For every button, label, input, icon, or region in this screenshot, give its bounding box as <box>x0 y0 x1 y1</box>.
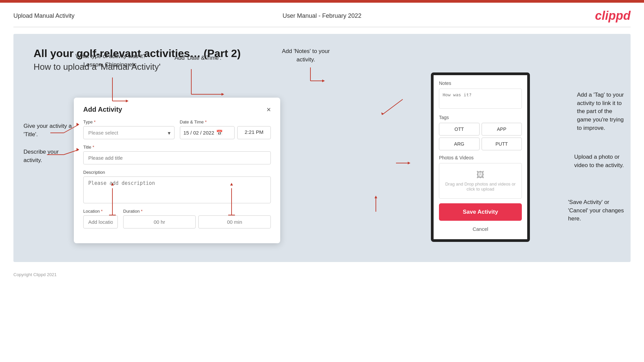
svg-marker-5 <box>221 93 224 96</box>
form-row-type-datetime: Type * Please select Date & Time * 15 / … <box>83 119 271 139</box>
add-activity-modal: Add Activity × Type * Please select Date… <box>74 98 280 243</box>
notes-textarea[interactable] <box>439 89 522 109</box>
modal-header: Add Activity × <box>83 106 271 113</box>
svg-line-21 <box>383 99 403 114</box>
cancel-link[interactable]: Cancel <box>439 224 522 234</box>
time-input[interactable]: 2:21 PM <box>237 126 271 139</box>
annotation-notes: Add 'Notes' to youractivity. <box>282 47 330 64</box>
form-row-title: Title * <box>83 145 271 164</box>
annotation-tags: Add a 'Tag' to youractivity to link it t… <box>577 91 624 132</box>
phone-mockup: Notes Tags OTT APP ARG PUTT Photos & Vid… <box>431 72 530 242</box>
title-input[interactable] <box>83 151 271 164</box>
description-textarea[interactable] <box>83 176 271 203</box>
annotation-date-time: Add 'Date & Time'. <box>175 54 221 62</box>
form-group-location: Location * <box>83 209 118 228</box>
tags-grid: OTT APP ARG PUTT <box>439 123 522 150</box>
duration-label: Duration * <box>123 209 271 214</box>
modal-close-button[interactable]: × <box>266 106 271 113</box>
form-group-datetime: Date & Time * 15 / 02 / 2022 📅 2:21 PM <box>180 119 271 139</box>
date-input[interactable]: 15 / 02 / 2022 📅 <box>180 126 235 139</box>
save-activity-button[interactable]: Save Activity <box>439 203 522 221</box>
datetime-group: 15 / 02 / 2022 📅 2:21 PM <box>180 126 271 139</box>
tags-label: Tags <box>439 115 522 120</box>
header-center-title: User Manual - February 2022 <box>283 12 361 19</box>
header-divider <box>13 27 631 27</box>
form-row-description: Description <box>83 170 271 203</box>
svg-marker-22 <box>381 112 384 115</box>
datetime-required-star: * <box>205 119 207 124</box>
location-input[interactable] <box>83 215 118 228</box>
header-left-title: Upload Manual Activity <box>13 12 75 19</box>
photos-label: Photos & Videos <box>439 155 522 160</box>
tag-putt[interactable]: PUTT <box>482 138 522 150</box>
calendar-icon: 📅 <box>216 130 223 136</box>
annotation-title: Give your activity a'Title'. <box>23 122 72 139</box>
annotation-description: Describe youractivity. <box>23 148 59 164</box>
form-group-title: Title * <box>83 145 271 164</box>
description-label: Description <box>83 170 271 175</box>
svg-marker-20 <box>322 80 325 82</box>
upload-icon: 🖼 <box>443 170 518 179</box>
form-row-location-duration: Location * Duration * <box>83 209 271 228</box>
annotation-save-cancel: 'Save Activity' or'Cancel' your changesh… <box>568 198 624 223</box>
svg-marker-26 <box>375 196 377 198</box>
date-value: 15 / 02 / 2022 <box>184 130 214 136</box>
annotation-activity-type: What type of activity was it?Lesson, Chi… <box>76 52 146 69</box>
title-label: Title * <box>83 145 271 150</box>
type-label: Type * <box>83 119 175 124</box>
main-content: All your golf-relevant activities… (Part… <box>13 34 631 262</box>
modal-title: Add Activity <box>83 106 122 113</box>
duration-mins-input[interactable] <box>198 215 271 228</box>
type-select-wrapper: Please select <box>83 126 175 139</box>
duration-hours-input[interactable] <box>123 215 196 228</box>
tag-arg[interactable]: ARG <box>439 138 480 150</box>
photos-upload-area[interactable]: 🖼 Drag and Drop photos and videos orclic… <box>439 163 522 199</box>
header: Upload Manual Activity User Manual - Feb… <box>0 3 644 27</box>
form-group-type: Type * Please select <box>83 119 175 139</box>
duration-required-star: * <box>141 209 143 214</box>
notes-label: Notes <box>439 81 522 86</box>
location-label: Location * <box>83 209 118 214</box>
type-required-star: * <box>94 119 96 124</box>
header-logo: clippd <box>595 9 631 23</box>
upload-text: Drag and Drop photos and videos orclick … <box>443 182 518 192</box>
copyright-text: Copyright Clippd 2021 <box>13 272 57 277</box>
top-bar <box>0 0 644 3</box>
datetime-label: Date & Time * <box>180 119 271 124</box>
svg-marker-24 <box>408 162 410 164</box>
form-group-description: Description <box>83 170 271 203</box>
location-required-star: * <box>101 209 103 214</box>
annotation-photos: Upload a photo orvideo to the activity. <box>574 153 624 169</box>
duration-inputs <box>123 215 271 228</box>
tag-app[interactable]: APP <box>482 123 522 136</box>
title-required-star: * <box>93 145 94 150</box>
type-select[interactable]: Please select <box>83 126 175 139</box>
form-group-duration: Duration * <box>123 209 271 228</box>
tag-ott[interactable]: OTT <box>439 123 480 136</box>
phone-inner: Notes Tags OTT APP ARG PUTT Photos & Vid… <box>434 75 527 239</box>
footer: Copyright Clippd 2021 <box>0 269 644 280</box>
